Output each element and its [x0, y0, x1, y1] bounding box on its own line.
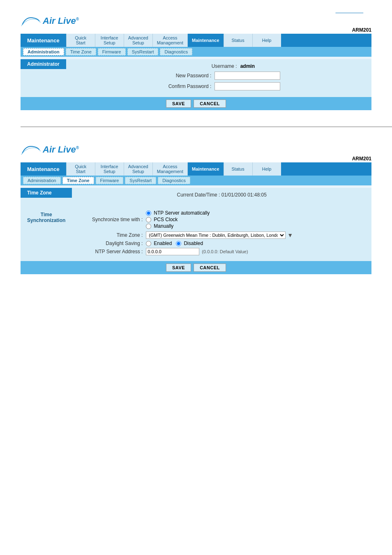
sub-nav-2: Administration Time Zone Firmware SysRes…	[21, 176, 371, 185]
new-password-label: New Password :	[157, 73, 214, 79]
admin-section-header: Administrator	[21, 59, 66, 69]
subnav-diagnostics[interactable]: Diagnostics	[160, 48, 192, 56]
sync-manually-radio[interactable]	[146, 224, 151, 229]
section-divider	[21, 127, 392, 127]
admin-cancel-button[interactable]: CANCEL	[194, 99, 226, 108]
timezone-select[interactable]: (GMT) Greenwich Mean Time : Dublin, Edin…	[146, 231, 286, 239]
tz-section-header: Time Zone	[21, 188, 72, 198]
subnav-firmware[interactable]: Firmware	[98, 48, 126, 56]
new-password-input[interactable]	[214, 72, 280, 80]
subnav-sysrestart[interactable]: SysRestart	[127, 48, 159, 56]
nav-advanced-setup[interactable]: Advanced Setup	[124, 34, 152, 47]
sync-ntp-auto[interactable]: NTP Server automatically	[146, 210, 210, 216]
subnav-administration[interactable]: Administration	[23, 48, 64, 56]
sync-ntp-radio[interactable]	[146, 210, 151, 216]
device-label: ARM201	[21, 27, 371, 33]
sub-nav-1: Administration Time Zone Firmware SysRes…	[21, 47, 371, 57]
tz-cancel-button[interactable]: CANCEL	[194, 264, 226, 272]
nav2-advanced-setup[interactable]: Advanced Setup	[124, 162, 152, 176]
sync-label: Synchronize time with :	[80, 217, 146, 222]
logo-text: Air Live®	[43, 16, 79, 26]
logo-area: Air Live®	[21, 15, 371, 26]
logo-text-2: Air Live®	[43, 144, 79, 155]
ntp-hint: (0.0.0.0: Default Value)	[202, 249, 248, 254]
nav2-maintenance[interactable]: Maintenance	[187, 162, 224, 176]
ntp-row: NTP Server Address : (0.0.0.0: Default V…	[80, 248, 363, 255]
nav2-help[interactable]: Help	[252, 162, 281, 176]
ntp-label: NTP Server Address :	[80, 249, 146, 254]
nav-current-label-2: Maintenance	[21, 162, 66, 176]
admin-form: Username : admin New Password : Confirm …	[66, 59, 371, 97]
time-sync-form: Synchronize time with : NTP Server autom…	[72, 206, 371, 261]
nav-help[interactable]: Help	[252, 34, 281, 47]
logo-area-2: Air Live®	[21, 143, 371, 155]
nav2-status[interactable]: Status	[224, 162, 252, 176]
current-datetime-value: 01/01/2000 01:48:05	[221, 192, 267, 198]
daylight-options: Enabled Disabled	[146, 240, 203, 246]
subnav2-firmware[interactable]: Firmware	[96, 177, 124, 184]
sync-pcs-clock[interactable]: PCS Clock	[146, 217, 210, 222]
daylight-disabled[interactable]: Disabled	[176, 240, 203, 246]
top-link[interactable]: ___________	[21, 8, 371, 13]
tz-save-button[interactable]: SAVE	[166, 264, 191, 272]
nav2-interface-setup[interactable]: Interface Setup	[95, 162, 124, 176]
current-datetime-row: Current Date/Time : 01/01/2000 01:48:05	[80, 192, 363, 198]
admin-save-button[interactable]: SAVE	[166, 99, 191, 108]
sync-manually[interactable]: Manually	[146, 223, 210, 229]
nav-maintenance[interactable]: Maintenance	[187, 34, 224, 47]
timezone-label: Time Zone :	[80, 232, 146, 238]
nav-status[interactable]: Status	[224, 34, 252, 47]
subnav2-administration[interactable]: Administration	[23, 177, 61, 184]
sync-row: Synchronize time with : NTP Server autom…	[80, 210, 363, 229]
subnav2-diagnostics[interactable]: Diagnostics	[158, 177, 190, 184]
confirm-password-label: Confirm Password :	[157, 83, 214, 89]
tz-table: Time Zone Current Date/Time : 01/01/2000…	[21, 188, 371, 261]
daylight-enabled-radio[interactable]	[146, 241, 151, 246]
daylight-disabled-radio[interactable]	[176, 241, 181, 246]
daylight-enabled[interactable]: Enabled	[146, 240, 172, 246]
nav2-quick-start[interactable]: Quick Start	[66, 162, 95, 176]
nav-bar-2: Maintenance Quick Start Interface Setup …	[21, 162, 371, 176]
tz-form: Current Date/Time : 01/01/2000 01:48:05	[72, 188, 371, 206]
sync-pcs-radio[interactable]	[146, 217, 151, 222]
nav-current-label: Maintenance	[21, 34, 66, 47]
admin-button-area: SAVE CANCEL	[21, 97, 371, 110]
nav-interface-setup[interactable]: Interface Setup	[95, 34, 124, 47]
timezone-row: Time Zone : (GMT) Greenwich Mean Time : …	[80, 231, 363, 239]
subnav2-time-zone[interactable]: Time Zone	[62, 177, 94, 184]
nav-access-management[interactable]: Access Management	[152, 34, 187, 47]
device-label-2: ARM201	[21, 156, 371, 162]
time-sync-label: Time Synchronization	[21, 208, 72, 227]
username-value: admin	[240, 63, 255, 69]
admin-table: Administrator Username : admin New Passw…	[21, 59, 371, 97]
sync-options: NTP Server automatically PCS Clock Manua…	[146, 210, 210, 229]
current-datetime-label: Current Date/Time :	[177, 192, 220, 198]
daylight-label: Daylight Saving :	[80, 240, 146, 246]
subnav-time-zone[interactable]: Time Zone	[66, 48, 96, 56]
tz-dropdown-arrow: ▼	[287, 232, 293, 238]
nav2-access-management[interactable]: Access Management	[152, 162, 187, 176]
nav-quick-start[interactable]: Quick Start	[66, 34, 95, 47]
tz-button-area: SAVE CANCEL	[21, 261, 371, 274]
confirm-password-input[interactable]	[214, 82, 280, 90]
nav-bar: Maintenance Quick Start Interface Setup …	[21, 34, 371, 47]
subnav2-sysrestart[interactable]: SysRestart	[125, 177, 156, 184]
daylight-row: Daylight Saving : Enabled Disabled	[80, 240, 363, 246]
ntp-input[interactable]	[146, 248, 199, 255]
username-label: Username :	[183, 63, 240, 69]
